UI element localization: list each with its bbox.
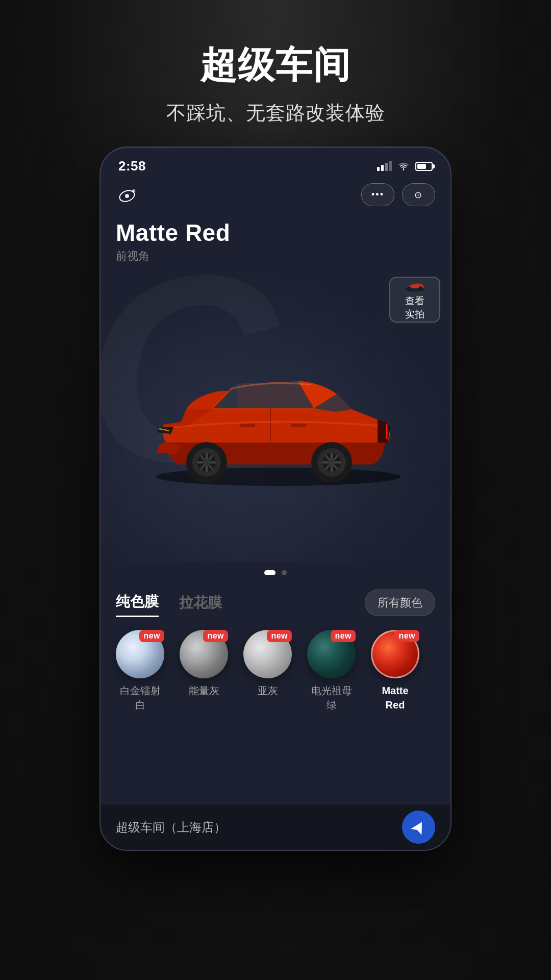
tab-solid-film[interactable]: 纯色膜 — [116, 588, 159, 617]
new-badge-energy-gray: new — [203, 630, 228, 642]
svg-point-2 — [132, 189, 135, 192]
page-header: 超级车间 不踩坑、无套路改装体验 — [166, 0, 385, 146]
swatch-wrapper-silver: new — [243, 630, 292, 678]
signal-bar-1 — [377, 167, 380, 171]
record-button[interactable]: ⊙ — [402, 183, 435, 206]
location-text: 超级车间（上海店） — [116, 819, 226, 836]
swatch-label-energy-gray: 能量灰 — [189, 683, 219, 698]
phone-mockup: 2:58 — [99, 146, 452, 851]
more-icon: ••• — [371, 189, 384, 200]
all-colors-button[interactable]: 所有颜色 — [365, 590, 435, 616]
swatch-wrapper-energy-gray: new — [180, 630, 228, 678]
signal-bar-3 — [385, 163, 388, 171]
app-logo — [116, 185, 144, 205]
new-badge-teal: new — [331, 630, 356, 642]
swatch-energy-gray[interactable]: new 能量灰 — [177, 630, 231, 712]
navigation-button[interactable] — [402, 811, 435, 844]
car-image — [128, 338, 423, 491]
battery-fill — [417, 164, 426, 169]
swatch-wrapper-pearl: new — [116, 630, 164, 678]
swatch-wrapper-red: new — [371, 630, 419, 678]
realshot-label: 查看实拍 — [405, 295, 424, 322]
swatch-teal-green[interactable]: new 电光祖母绿 — [305, 630, 358, 712]
status-icons — [377, 162, 433, 171]
tab-pattern-film[interactable]: 拉花膜 — [179, 589, 222, 617]
app-navbar: ••• ⊙ — [101, 176, 450, 214]
page-subtitle: 不踩坑、无套路改装体验 — [166, 100, 385, 126]
swatch-matte-red[interactable]: new MatteRed — [368, 630, 422, 712]
swatch-pearl-white[interactable]: new 白金镭射白 — [113, 630, 167, 712]
status-time: 2:58 — [118, 158, 146, 174]
svg-point-1 — [125, 194, 129, 198]
svg-point-22 — [328, 459, 335, 466]
svg-point-14 — [203, 459, 210, 466]
bottom-bar: 超级车间（上海店） — [101, 804, 450, 850]
page-title: 超级车间 — [166, 41, 385, 90]
page-dot-2[interactable] — [282, 570, 287, 575]
page-dot-1[interactable] — [264, 570, 276, 575]
more-button[interactable]: ••• — [361, 183, 394, 206]
signal-bar-4 — [389, 161, 392, 171]
record-icon: ⊙ — [414, 189, 423, 201]
app-nav-actions: ••• ⊙ — [361, 183, 435, 206]
navigation-icon — [411, 819, 427, 836]
swatch-label-teal: 电光祖母绿 — [311, 683, 352, 712]
new-badge-pearl: new — [139, 630, 164, 642]
realshot-thumbnail[interactable]: 查看实拍 — [389, 277, 440, 323]
film-tabs: 纯色膜 拉花膜 所有颜色 — [101, 583, 450, 622]
signal-icon — [377, 162, 392, 171]
svg-point-25 — [407, 286, 411, 290]
swatch-label-silver: 亚灰 — [258, 683, 278, 698]
svg-rect-5 — [240, 424, 255, 427]
svg-rect-6 — [291, 424, 306, 427]
new-badge-red: new — [394, 630, 419, 642]
status-bar: 2:58 — [101, 148, 450, 176]
swatch-silver-gray[interactable]: new 亚灰 — [241, 630, 294, 712]
signal-bar-2 — [381, 165, 384, 171]
wifi-icon — [398, 162, 409, 170]
car-display: C — [101, 266, 450, 562]
swatch-label-red: MatteRed — [382, 683, 408, 712]
swatch-wrapper-teal: new — [307, 630, 356, 678]
thumbnail-image — [399, 278, 430, 295]
color-swatches: new 白金镭射白 new 能量灰 new 亚灰 new — [101, 622, 450, 720]
page-dots — [101, 562, 450, 583]
battery-icon — [415, 162, 433, 171]
new-badge-silver: new — [267, 630, 292, 642]
svg-point-26 — [418, 286, 422, 290]
swatch-label-pearl: 白金镭射白 — [120, 683, 161, 712]
